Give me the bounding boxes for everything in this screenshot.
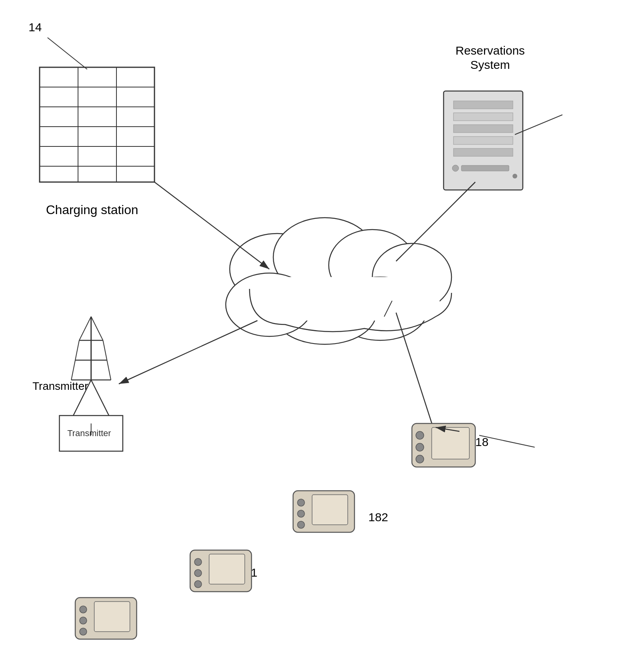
svg-point-17	[513, 174, 517, 178]
svg-point-55	[297, 499, 305, 506]
svg-point-61	[194, 569, 202, 577]
svg-point-65	[80, 606, 87, 613]
svg-point-56	[297, 510, 305, 517]
svg-line-30	[119, 321, 257, 384]
device-18-icon	[412, 423, 475, 467]
svg-point-57	[297, 521, 305, 528]
svg-rect-47	[432, 427, 469, 459]
svg-rect-13	[453, 137, 513, 144]
svg-line-39	[79, 317, 91, 340]
network-cloud-icon	[226, 218, 452, 344]
charging-station-icon	[40, 67, 154, 182]
svg-line-40	[91, 317, 103, 340]
svg-marker-34	[71, 380, 111, 420]
svg-point-67	[80, 628, 87, 635]
svg-point-15	[452, 165, 459, 171]
svg-rect-54	[312, 495, 348, 525]
device-182-icon	[293, 491, 354, 532]
svg-point-62	[194, 581, 202, 588]
svg-line-8	[48, 38, 87, 69]
svg-line-29	[396, 182, 475, 261]
svg-point-60	[194, 558, 202, 566]
svg-rect-11	[453, 113, 513, 121]
svg-rect-0	[40, 67, 154, 182]
svg-rect-26	[250, 277, 440, 321]
svg-point-48	[416, 431, 424, 439]
diagram-svg: Transmitter	[0, 0, 644, 672]
svg-rect-64	[94, 602, 130, 632]
svg-point-49	[416, 443, 424, 451]
reservations-system-icon	[444, 91, 523, 190]
diagram-container: 14 12 10 16 18 180 181 182 Network Reser…	[0, 0, 644, 672]
device-181-icon	[190, 550, 252, 592]
svg-point-50	[416, 455, 424, 463]
svg-rect-16	[461, 165, 509, 171]
svg-line-28	[154, 182, 269, 269]
svg-line-52	[479, 435, 535, 447]
svg-rect-12	[453, 125, 513, 133]
svg-rect-59	[209, 554, 245, 584]
device-180-icon	[75, 598, 137, 639]
svg-text:Transmitter: Transmitter	[67, 428, 111, 438]
svg-rect-10	[453, 101, 513, 109]
svg-point-66	[80, 617, 87, 624]
svg-line-31	[396, 313, 436, 435]
svg-rect-14	[453, 148, 513, 156]
